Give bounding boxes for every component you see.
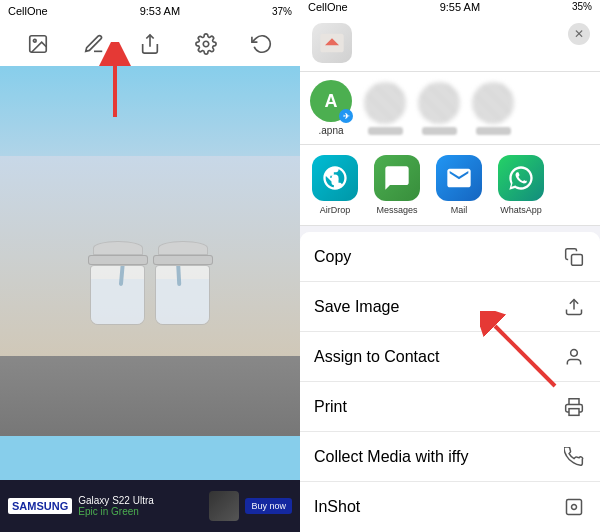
action-list: Copy Save Image [300,232,600,532]
photo-area [0,66,300,480]
svg-point-14 [572,505,577,510]
whatsapp-label: WhatsApp [500,205,542,215]
svg-point-3 [203,41,209,47]
svg-rect-13 [567,500,582,515]
left-time: 9:53 AM [140,5,180,17]
ad-buy-button[interactable]: Buy now [245,498,292,514]
blurred-avatar-3 [472,82,514,124]
share-icon[interactable] [136,30,164,58]
samsung-logo: SAMSUNG [8,498,72,514]
whatsapp-icon [498,155,544,201]
share-app-icon [312,23,352,63]
print-icon [562,395,586,419]
assign-contact-label: Assign to Contact [314,348,562,366]
left-panel: CellOne 9:53 AM 37% [0,0,300,532]
right-time: 9:55 AM [440,1,480,13]
contact-avatar-apna: A ✈ [310,80,352,122]
copy-label: Copy [314,248,562,266]
share-header: ✕ [300,13,600,72]
share-sheet: ✕ A ✈ .apna [300,13,600,532]
save-image-icon [562,295,586,319]
app-messages[interactable]: Messages [368,155,426,215]
left-toolbar [0,22,300,66]
left-statusbar: CellOne 9:53 AM 37% [0,0,300,22]
undo-icon[interactable] [248,30,276,58]
ad-phone-image [209,491,239,521]
right-carrier: CellOne [308,1,348,13]
blurred-name-1 [368,127,403,135]
left-battery: 37% [272,6,292,17]
messages-icon [374,155,420,201]
contact-name-apna: .apna [318,125,343,136]
contact-badge: ✈ [339,109,353,123]
left-carrier: CellOne [8,5,48,17]
contacts-row: A ✈ .apna [300,72,600,145]
blurred-name-3 [476,127,511,135]
blurred-avatar-1 [364,82,406,124]
blurred-avatar-2 [418,82,460,124]
messages-label: Messages [376,205,417,215]
action-save-image[interactable]: Save Image [300,282,600,332]
blurred-contact-1[interactable] [364,82,406,135]
action-copy[interactable]: Copy [300,232,600,282]
close-button[interactable]: ✕ [568,23,590,45]
blurred-contacts [364,82,514,135]
collect-media-icon [562,445,586,469]
action-print[interactable]: Print [300,382,600,432]
gallery-icon[interactable] [24,30,52,58]
svg-point-11 [571,349,578,356]
airdrop-label: AirDrop [320,205,351,215]
airdrop-icon [312,155,358,201]
app-mail[interactable]: Mail [430,155,488,215]
mail-icon [436,155,482,201]
blurred-contact-3[interactable] [472,82,514,135]
inshot-icon [562,495,586,519]
ad-banner: SAMSUNG Galaxy S22 Ultra Epic in Green B… [0,480,300,532]
drinks-image [90,241,210,311]
right-battery: 35% [572,1,592,12]
settings-icon[interactable] [192,30,220,58]
svg-rect-7 [572,254,583,265]
apps-row: AirDrop Messages Mail [300,145,600,226]
right-statusbar: CellOne 9:55 AM 35% [300,0,600,13]
print-label: Print [314,398,562,416]
contact-apna[interactable]: A ✈ .apna [310,80,352,136]
copy-icon [562,245,586,269]
inshot-label: InShot [314,498,562,516]
action-assign-contact[interactable]: Assign to Contact [300,332,600,382]
blurred-contact-2[interactable] [418,82,460,135]
blurred-name-2 [422,127,457,135]
action-collect-media[interactable]: Collect Media with iffy [300,432,600,482]
collect-media-label: Collect Media with iffy [314,448,562,466]
svg-point-1 [33,39,36,42]
action-inshot[interactable]: InShot [300,482,600,532]
mail-label: Mail [451,205,468,215]
ad-text: Galaxy S22 Ultra Epic in Green [78,495,203,517]
assign-contact-icon [562,345,586,369]
app-airdrop[interactable]: AirDrop [306,155,364,215]
pen-icon[interactable] [80,30,108,58]
app-whatsapp[interactable]: WhatsApp [492,155,550,215]
right-panel: CellOne 9:55 AM 35% ✕ A ✈ .apn [300,0,600,532]
svg-rect-12 [569,408,579,415]
save-image-label: Save Image [314,298,562,316]
